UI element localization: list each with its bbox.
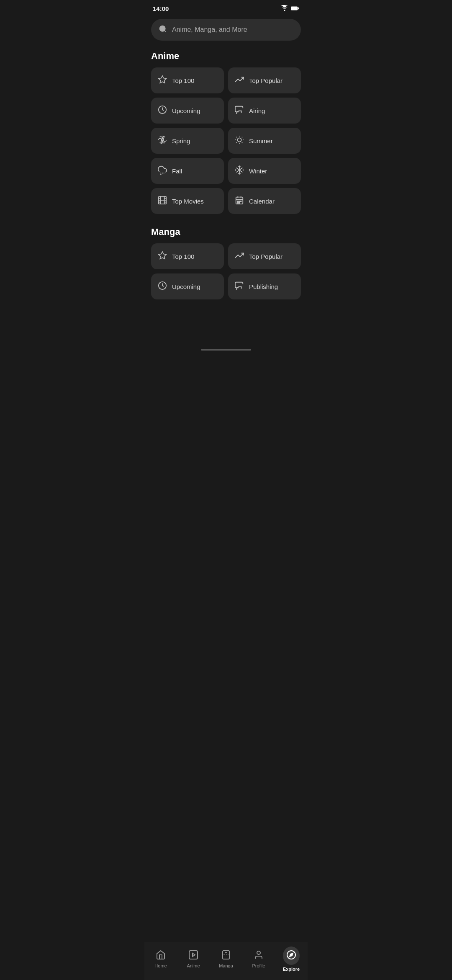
svg-point-5 [237, 138, 241, 142]
battery-icon [291, 5, 299, 12]
manga-top100-label: Top 100 [172, 253, 194, 260]
anime-top-popular-label: Top Popular [249, 77, 282, 84]
manga-top-popular-button[interactable]: Top Popular [228, 243, 301, 269]
anime-top100-button[interactable]: Top 100 [151, 67, 224, 93]
anime-winter-button[interactable]: Winter [228, 158, 301, 184]
svg-rect-33 [241, 201, 241, 202]
film-icon [158, 196, 167, 206]
anime-top-popular-button[interactable]: Top Popular [228, 67, 301, 93]
anime-winter-label: Winter [249, 168, 267, 175]
star-icon-manga [158, 251, 167, 262]
manga-publishing-button[interactable]: Publishing [228, 273, 301, 299]
search-placeholder: Anime, Manga, and More [172, 26, 247, 34]
sun-icon [235, 135, 244, 146]
anime-section: Anime Top 100 Top Popul [144, 49, 308, 214]
manga-top100-button[interactable]: Top 100 [151, 243, 224, 269]
trending-icon [235, 75, 244, 86]
anime-summer-label: Summer [249, 137, 273, 144]
anime-airing-button[interactable]: Airing [228, 98, 301, 124]
cast-icon-manga [235, 281, 244, 292]
anime-top-movies-button[interactable]: Top Movies [151, 188, 224, 214]
status-bar: 14:00 [144, 0, 308, 15]
star-icon [158, 75, 167, 86]
anime-upcoming-button[interactable]: Upcoming [151, 98, 224, 124]
svg-rect-0 [291, 6, 298, 10]
anime-spring-button[interactable]: Spring [151, 128, 224, 154]
clock-icon-manga [158, 281, 167, 292]
anime-summer-button[interactable]: Summer [228, 128, 301, 154]
search-icon [159, 25, 167, 35]
anime-fall-label: Fall [172, 168, 182, 175]
manga-upcoming-label: Upcoming [172, 283, 200, 290]
anime-top-movies-label: Top Movies [172, 198, 204, 205]
anime-section-title: Anime [144, 49, 308, 67]
calendar-icon [235, 196, 244, 206]
status-icons [281, 5, 299, 12]
anime-airing-label: Airing [249, 107, 265, 114]
home-indicator [201, 349, 251, 351]
cloud-rain-icon [158, 165, 167, 176]
flower-icon [158, 135, 167, 146]
cast-icon [235, 105, 244, 116]
manga-publishing-label: Publishing [249, 283, 278, 290]
manga-section: Manga Top 100 Top Popul [144, 225, 308, 299]
anime-calendar-label: Calendar [249, 198, 275, 205]
clock-icon [158, 105, 167, 116]
manga-grid: Top 100 Top Popular [144, 243, 308, 299]
wifi-icon [281, 5, 288, 12]
svg-rect-35 [239, 203, 240, 204]
svg-line-12 [236, 142, 237, 143]
svg-rect-34 [237, 203, 238, 204]
svg-rect-31 [237, 201, 238, 202]
trending-icon-manga [235, 251, 244, 262]
manga-top-popular-label: Top Popular [249, 253, 282, 260]
svg-rect-1 [298, 8, 299, 10]
svg-line-8 [236, 137, 237, 137]
svg-point-2 [160, 26, 165, 31]
time: 14:00 [153, 5, 169, 12]
anime-calendar-button[interactable]: Calendar [228, 188, 301, 214]
anime-upcoming-label: Upcoming [172, 107, 200, 114]
anime-fall-button[interactable]: Fall [151, 158, 224, 184]
svg-line-9 [242, 142, 242, 143]
search-bar[interactable]: Anime, Manga, and More [151, 19, 301, 41]
svg-line-13 [242, 137, 242, 137]
manga-upcoming-button[interactable]: Upcoming [151, 273, 224, 299]
anime-top100-label: Top 100 [172, 77, 194, 84]
anime-grid: Top 100 Top Popular [144, 67, 308, 214]
svg-rect-32 [239, 201, 240, 202]
anime-spring-label: Spring [172, 137, 190, 144]
manga-section-title: Manga [144, 225, 308, 243]
snowflake-icon [235, 165, 244, 176]
